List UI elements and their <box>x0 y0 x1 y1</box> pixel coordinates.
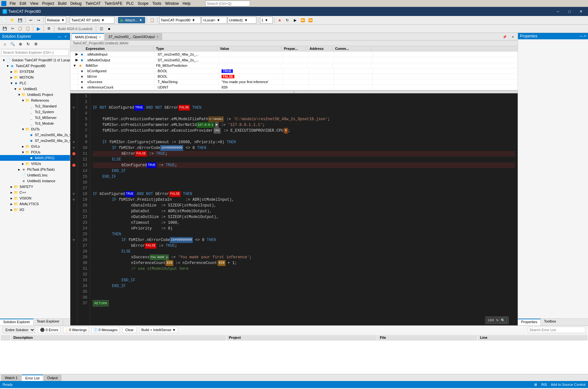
tree-untitled1[interactable]: ▼ ■ Untitled1 <box>0 86 70 92</box>
restore-button[interactable]: □ <box>565 9 574 14</box>
cut-button[interactable]: ✂ <box>9 25 16 32</box>
untitled-dropdown[interactable]: Untitled1 ▼ <box>228 17 256 24</box>
zoom-button[interactable]: 🔍 <box>499 317 506 323</box>
tree-references[interactable]: ▼ 📁 References <box>0 97 70 103</box>
tree-cpp[interactable]: ► 📁 C++ <box>0 190 70 195</box>
tree-plc[interactable]: ▼ ■ PLC <box>0 80 70 86</box>
paste-button[interactable]: 📋 <box>24 25 31 32</box>
expand-system-icon[interactable]: ► <box>10 70 13 74</box>
tree-tmc[interactable]: 📄 Untitled1.tmc <box>0 172 70 178</box>
tree-tc3mis[interactable]: ⎯ Tc3_MIServer <box>0 115 70 121</box>
properties-close-button[interactable]: × <box>584 34 586 38</box>
menu-twincat[interactable]: TwinCAT <box>83 1 103 6</box>
se-refresh-button[interactable]: ↻ <box>25 41 32 48</box>
error-search-input[interactable] <box>528 327 585 333</box>
tree-safety[interactable]: ► 📁 SAFETY <box>0 184 70 190</box>
expand-refs-icon[interactable]: ▼ <box>21 99 25 102</box>
expand-solution-icon[interactable]: ▼ <box>2 58 6 62</box>
menu-build[interactable]: Build <box>56 1 68 6</box>
expand-cpp[interactable]: ► <box>10 191 13 194</box>
expand-plctask[interactable]: ► <box>17 168 21 171</box>
expand-project-icon[interactable]: ▼ <box>6 64 10 68</box>
layout-btn1[interactable]: ◫ <box>98 25 105 32</box>
se-filter-button[interactable]: 🔍 <box>9 41 16 48</box>
expand-gvls-icon[interactable]: ► <box>21 145 25 148</box>
tree-duts[interactable]: ▼ 📁 DUTs <box>0 126 70 132</box>
menu-scope[interactable]: Scope <box>136 1 150 6</box>
errors-badge[interactable]: ⚫ 0 Errors <box>38 327 60 333</box>
debug-btn2[interactable]: ▶ <box>292 17 299 24</box>
stop-button[interactable]: ■ <box>276 17 283 24</box>
count-dropdown[interactable]: 1 ▼ <box>260 17 273 24</box>
expand-motion-icon[interactable]: ► <box>10 76 13 79</box>
messages-badge[interactable]: ⓘ 0 Messages <box>91 327 120 333</box>
menu-plc[interactable]: PLC <box>124 1 136 6</box>
expand-untitled1-icon[interactable]: ▼ <box>13 87 17 91</box>
menu-tools[interactable]: Tools <box>150 1 163 6</box>
expand-pous-icon[interactable]: ▼ <box>21 151 25 154</box>
st-tab-close[interactable]: × <box>157 35 159 39</box>
menu-file[interactable]: File <box>8 1 18 6</box>
undo-button[interactable]: ↩ <box>27 17 34 24</box>
menu-project[interactable]: Project <box>40 1 56 6</box>
runtime-dropdown[interactable]: TwinCAT RT (x64) ▼ <box>70 17 114 24</box>
menu-view[interactable]: View <box>28 1 40 6</box>
tree-plctask[interactable]: ► ■ PlcTask (PlcTask) <box>0 167 70 172</box>
tree-system[interactable]: ► 📁 SYSTEM <box>0 69 70 74</box>
tree-pous[interactable]: ▼ 📁 POUs <box>0 149 70 155</box>
toolbox-tab[interactable]: Toolbox <box>541 319 559 325</box>
code-editor[interactable]: ▽ ▽ ▽ ▽ ▽ <box>70 93 518 325</box>
se-pin-button[interactable]: — <box>57 34 62 39</box>
expand-stmodalinput[interactable]: ▶ <box>70 51 78 57</box>
release-dropdown[interactable]: Release ▼ <box>45 17 66 24</box>
tree-motion[interactable]: ► 📁 MOTION <box>0 74 70 80</box>
se-home-button[interactable]: ⌂ <box>1 41 8 48</box>
debug-btn4[interactable]: ⏪ <box>307 17 314 24</box>
tree-res1[interactable]: ■ ST_res2net50_48w_2s_Opset1 <box>0 132 70 138</box>
tree-gvls[interactable]: ► 📁 GVLs <box>0 144 70 149</box>
se-close-button[interactable]: × <box>63 34 68 39</box>
tree-main[interactable]: ■ MAIN (PRG) <box>0 155 70 161</box>
watch-tab[interactable]: Watch 1 <box>1 375 21 381</box>
expand-u1proj-icon[interactable]: ▼ <box>17 93 21 97</box>
expand-plc-icon[interactable]: ▼ <box>10 82 13 85</box>
tree-tc2sys[interactable]: ⎯ Tc2_System <box>0 109 70 115</box>
project-dropdown[interactable]: TwinCAT Project80 ▼ <box>159 17 201 24</box>
se-search-input[interactable] <box>1 49 69 56</box>
warnings-badge[interactable]: △ 0 Warnings <box>63 327 89 333</box>
menu-window[interactable]: Window <box>163 1 181 6</box>
build-dropdown[interactable]: Build + IntelliSense ▼ <box>139 327 178 333</box>
save-button[interactable]: 💾 <box>17 17 24 24</box>
copy-button[interactable]: 📋 <box>149 17 156 24</box>
error-scope-select[interactable]: Entire Solution <box>3 327 35 333</box>
output-tab[interactable]: Output <box>44 375 61 381</box>
layout-btn2[interactable]: ■ <box>106 25 113 32</box>
expand-visus-icon[interactable]: ► <box>21 162 25 166</box>
expand-vision[interactable]: ► <box>10 197 13 200</box>
properties-pin-button[interactable]: — <box>580 34 583 38</box>
menu-help[interactable]: Help <box>181 1 192 6</box>
copy-btn2[interactable]: 📋 <box>17 25 24 32</box>
tree-project[interactable]: ▼ ■ TwinCAT Project80 <box>0 63 70 69</box>
tree-vision[interactable]: ► 📁 VISION <box>0 195 70 201</box>
debug-btn3[interactable]: ⏩ <box>299 17 306 24</box>
error-list-tab[interactable]: Error List <box>22 375 43 381</box>
expand-duts-icon[interactable]: ▼ <box>21 128 25 131</box>
clear-button[interactable]: Clear <box>122 327 137 333</box>
menu-edit[interactable]: Edit <box>18 1 28 6</box>
tree-tc3mod[interactable]: ⎯ Tc3_Module <box>0 121 70 126</box>
minimize-button[interactable]: – <box>553 9 562 14</box>
tree-res2[interactable]: ■ ST_res2net50_48w_2s_Opset1 <box>0 138 70 144</box>
expand-safety[interactable]: ► <box>10 185 13 189</box>
tree-tc2std[interactable]: ⎯ Tc2_Standard <box>0 103 70 109</box>
var-divider[interactable]: ≡ <box>70 91 518 93</box>
open-button[interactable]: 📁 <box>9 17 16 24</box>
tree-inst[interactable]: ■ Untitled1 Instance <box>0 178 70 184</box>
search-input[interactable] <box>205 1 250 6</box>
attach-button[interactable]: ▶ Attach... ▼ <box>118 17 145 23</box>
tree-visus[interactable]: ► 📁 VISUs <box>0 161 70 167</box>
close-button[interactable]: ✕ <box>576 9 585 14</box>
solution-explorer-tab[interactable]: Solution Explorer <box>0 319 34 325</box>
se-collapse-button[interactable]: ⊕ <box>17 41 24 48</box>
redo-button[interactable]: ↪ <box>35 17 42 24</box>
